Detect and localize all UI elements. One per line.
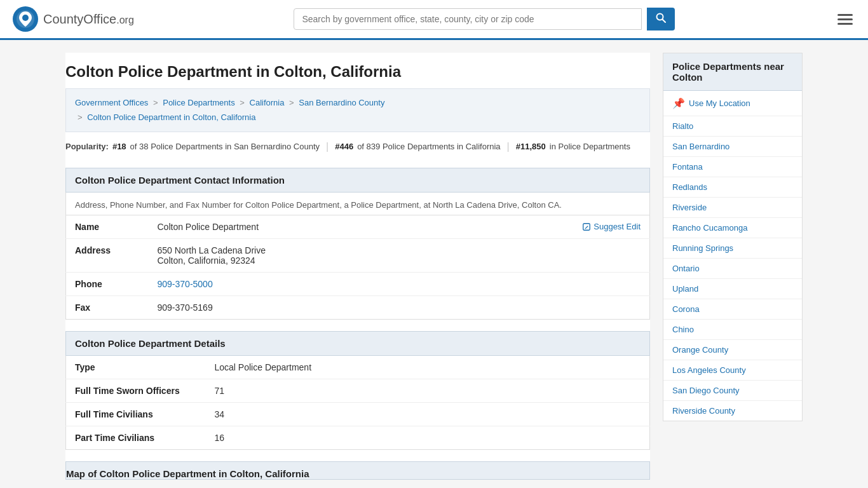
search-input[interactable] (294, 8, 642, 30)
nearby-link-fontana[interactable]: Fontana (663, 157, 802, 177)
detail-sworn-row: Full Time Sworn Officers 71 (66, 379, 650, 402)
contact-table: Name Colton Police Department Suggest Ed… (65, 215, 650, 320)
contact-description: Address, Phone Number, and Fax Number fo… (65, 193, 650, 215)
details-section-header: Colton Police Department Details (65, 331, 650, 356)
list-item: Redlands (663, 177, 802, 198)
nearby-link-riverside-county[interactable]: Riverside County (663, 401, 802, 421)
rank3-text: in Police Departments (550, 142, 630, 151)
rank1-number: #18 (112, 142, 126, 151)
list-item: Riverside County (663, 401, 802, 421)
detail-type-row: Type Local Police Department (66, 356, 650, 379)
list-item: Ontario (663, 259, 802, 279)
parttime-value: 16 (206, 426, 650, 449)
breadcrumb-link-ca[interactable]: California (250, 98, 285, 107)
sworn-value: 71 (206, 379, 650, 402)
use-my-location-link[interactable]: Use My Location (689, 98, 750, 108)
nearby-link-upland[interactable]: Upland (663, 279, 802, 299)
contact-fax-row: Fax 909-370-5169 (66, 295, 650, 319)
list-item: Los Angeles County (663, 360, 802, 381)
nearby-link-chino[interactable]: Chino (663, 320, 802, 339)
menu-icon (837, 18, 853, 20)
list-item: Chino (663, 320, 802, 340)
sidebar: Police Departments near Colton 📌 Use My … (663, 53, 803, 480)
list-item: Rancho Cucamonga (663, 218, 802, 238)
nearby-link-rialto[interactable]: Rialto (663, 116, 802, 136)
contact-name-cell: Colton Police Department Suggest Edit (149, 215, 650, 239)
list-item: Riverside (663, 198, 802, 218)
breadcrumb-link-current[interactable]: Colton Police Department in Colton, Cali… (87, 112, 255, 122)
fax-label: Fax (66, 295, 149, 319)
logo-text: CountyOffice.org (43, 12, 134, 27)
detail-civilians-row: Full Time Civilians 34 (66, 402, 650, 426)
list-item: Orange County (663, 340, 802, 360)
type-value: Local Police Department (206, 356, 650, 379)
nearby-link-ontario[interactable]: Ontario (663, 259, 802, 278)
rank2-number: #446 (335, 142, 353, 151)
list-item: San Diego County (663, 381, 802, 401)
sidebar-box: Police Departments near Colton 📌 Use My … (663, 53, 803, 421)
map-section-header: Map of Colton Police Department in Colto… (65, 461, 650, 480)
popularity-section: Popularity: #18 of 38 Police Departments… (65, 132, 650, 158)
location-pin-icon: 📌 (672, 97, 685, 109)
sworn-label: Full Time Sworn Officers (66, 379, 206, 402)
contact-section-header: Colton Police Department Contact Informa… (65, 168, 650, 193)
rank3-number: #11,850 (516, 142, 546, 151)
parttime-label: Part Time Civilians (66, 426, 206, 449)
page-wrapper: Colton Police Department in Colton, Cali… (53, 40, 815, 488)
fax-value: 909-370-5169 (149, 295, 650, 319)
nearby-link-san-diego-county[interactable]: San Diego County (663, 381, 802, 400)
sidebar-location: 📌 Use My Location (663, 91, 802, 116)
detail-parttime-row: Part Time Civilians 16 (66, 426, 650, 449)
address-value: 650 North La Cadena Drive Colton, Califo… (149, 238, 650, 272)
list-item: Rialto (663, 116, 802, 137)
page-title: Colton Police Department in Colton, Cali… (65, 53, 650, 88)
nearby-link-corona[interactable]: Corona (663, 299, 802, 319)
contact-name-value: Colton Police Department (158, 222, 259, 232)
menu-button[interactable] (835, 11, 855, 27)
nearby-link-los-angeles-county[interactable]: Los Angeles County (663, 360, 802, 380)
search-button[interactable] (647, 8, 675, 30)
edit-icon (582, 222, 591, 231)
menu-icon (837, 23, 853, 25)
svg-point-2 (22, 15, 29, 21)
address-line2: Colton, California, 92324 (158, 255, 641, 266)
search-bar (294, 8, 675, 30)
suggest-edit-link[interactable]: Suggest Edit (582, 222, 641, 231)
breadcrumb-link-sbc[interactable]: San Bernardino County (299, 98, 384, 107)
contact-phone-row: Phone 909-370-5000 (66, 272, 650, 295)
rank2-text: of 839 Police Departments in California (357, 142, 500, 151)
contact-name-row: Name Colton Police Department Suggest Ed… (66, 215, 650, 239)
nearby-link-san-bernardino[interactable]: San Bernardino (663, 137, 802, 156)
popularity-label: Popularity: (65, 142, 109, 151)
list-item: Corona (663, 299, 802, 320)
list-item: San Bernardino (663, 137, 802, 157)
nearby-link-running-springs[interactable]: Running Springs (663, 238, 802, 258)
breadcrumb-link-gov[interactable]: Government Offices (75, 98, 148, 107)
details-table: Type Local Police Department Full Time S… (65, 356, 650, 450)
main-content: Colton Police Department in Colton, Cali… (65, 53, 650, 480)
civilians-label: Full Time Civilians (66, 402, 206, 426)
phone-link[interactable]: 909-370-5000 (158, 279, 213, 289)
civilians-value: 34 (206, 402, 650, 426)
nearby-link-riverside[interactable]: Riverside (663, 198, 802, 217)
logo[interactable]: CountyOffice.org (13, 6, 134, 32)
name-label: Name (66, 215, 149, 239)
address-line1: 650 North La Cadena Drive (158, 245, 641, 255)
phone-label: Phone (66, 272, 149, 295)
logo-icon (13, 6, 38, 32)
address-label: Address (66, 238, 149, 272)
type-label: Type (66, 356, 206, 379)
search-icon (656, 13, 666, 23)
rank1-text: of 38 Police Departments in San Bernardi… (130, 142, 320, 151)
breadcrumb-link-pd[interactable]: Police Departments (163, 98, 234, 107)
phone-value: 909-370-5000 (149, 272, 650, 295)
nearby-link-redlands[interactable]: Redlands (663, 177, 802, 197)
nearby-link-rancho-cucamonga[interactable]: Rancho Cucamonga (663, 218, 802, 238)
site-header: CountyOffice.org (0, 0, 868, 40)
nearby-link-orange-county[interactable]: Orange County (663, 340, 802, 360)
list-item: Upland (663, 279, 802, 299)
contact-address-row: Address 650 North La Cadena Drive Colton… (66, 238, 650, 272)
list-item: Fontana (663, 157, 802, 177)
breadcrumb: Government Offices > Police Departments … (65, 88, 650, 132)
svg-line-4 (663, 20, 666, 23)
